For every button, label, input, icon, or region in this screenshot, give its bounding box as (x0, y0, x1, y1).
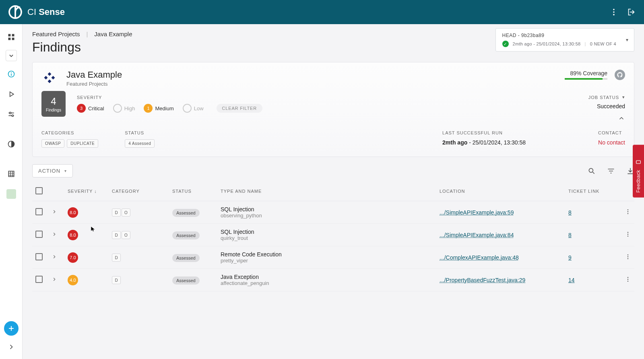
svg-point-21 (627, 235, 628, 236)
job-status-dropdown[interactable]: JOB STATUS ▾ (588, 95, 625, 100)
location-link[interactable]: .../SimpleAPIExample.java:59 (440, 209, 514, 216)
col-status[interactable]: STATUS (169, 182, 217, 201)
table-row: 8.0DOAssessedSQL Injectionobserving_pyth… (32, 201, 634, 224)
severity-chip-medium[interactable]: 1Medium (144, 104, 173, 113)
expand-row-icon[interactable] (52, 254, 57, 261)
category-tag[interactable]: D (112, 231, 121, 239)
breadcrumb-level2[interactable]: Java Example (94, 31, 132, 37)
svg-point-19 (627, 232, 628, 233)
col-category[interactable]: CATEGORY (109, 182, 169, 201)
ticket-link[interactable]: 14 (568, 277, 575, 283)
breadcrumb-level1[interactable]: Featured Projects (32, 31, 80, 37)
sidebar-info-icon[interactable] (4, 67, 19, 81)
sidebar-add-button[interactable] (4, 321, 19, 336)
sidebar-dashboard-icon[interactable] (4, 30, 19, 44)
svg-point-11 (9, 112, 11, 114)
more-vert-icon[interactable] (609, 8, 618, 17)
coverage-indicator[interactable]: 89% Coverage (565, 70, 607, 80)
col-ticket[interactable]: TICKET LINK (565, 182, 621, 201)
row-checkbox[interactable] (35, 276, 43, 283)
project-summary-card: Java Example Featured Projects 89% Cover… (32, 62, 634, 157)
category-tag[interactable]: O (122, 231, 130, 239)
finding-type: SQL Injection (221, 229, 433, 235)
svg-point-26 (627, 279, 628, 280)
expand-row-icon[interactable] (52, 209, 57, 216)
findings-table: SEVERITY ↓ CATEGORY STATUS TYPE AND NAME… (32, 182, 634, 291)
findings-count-box: 4 Findings (41, 91, 66, 117)
sidebar-collapse-icon[interactable] (4, 340, 19, 354)
svg-point-20 (627, 234, 628, 235)
category-pill-duplicate[interactable]: DUPLICATE (67, 139, 98, 148)
row-checkbox[interactable] (35, 253, 43, 260)
select-all-checkbox[interactable] (35, 187, 43, 194)
severity-chip-high[interactable]: High (113, 104, 135, 113)
run-sub-left: 2mth ago - 25/01/2024, 13:30:58 (513, 41, 581, 46)
row-more-icon[interactable] (625, 232, 631, 239)
svg-rect-10 (11, 74, 12, 76)
project-subtitle: Featured Projects (66, 81, 122, 87)
sidebar-contrast-icon[interactable] (4, 137, 19, 151)
sidebar-sliders-icon[interactable] (4, 107, 19, 122)
row-more-icon[interactable] (625, 277, 631, 284)
github-icon[interactable] (615, 70, 625, 80)
row-more-icon[interactable] (625, 210, 631, 216)
action-button[interactable]: ACTION▾ (32, 164, 73, 177)
severity-badge: 7.0 (68, 252, 78, 263)
finding-type: Remote Code Execution (221, 251, 433, 258)
table-row: 7.0DAssessedRemote Code Executionpretty_… (32, 246, 634, 269)
contact-value: No contact (598, 139, 625, 146)
severity-badge: 4.0 (68, 275, 78, 285)
last-run-value: 2mth ago - 25/01/2024, 13:30:58 (442, 139, 526, 146)
expand-row-icon[interactable] (52, 232, 57, 238)
project-name: Java Example (66, 70, 122, 80)
topbar-actions (609, 8, 636, 17)
sidebar-dropdown-icon[interactable] (6, 50, 17, 61)
svg-rect-4 (8, 34, 10, 37)
sidebar-play-icon[interactable] (4, 87, 19, 101)
svg-point-22 (627, 254, 628, 255)
category-tag[interactable]: D (112, 276, 121, 284)
sidebar-widget-icon[interactable] (4, 187, 19, 201)
location-link[interactable]: .../ComplexAPIExample.java:48 (440, 254, 519, 261)
svg-point-23 (627, 256, 628, 257)
category-pill-owasp[interactable]: OWASP (41, 139, 64, 148)
col-location[interactable]: LOCATION (436, 182, 565, 201)
search-icon[interactable] (588, 167, 596, 175)
category-tag[interactable]: O (122, 208, 130, 217)
svg-point-24 (627, 258, 628, 259)
row-more-icon[interactable] (625, 255, 631, 261)
location-link[interactable]: .../SimpleAPIExample.java:84 (440, 232, 514, 238)
svg-rect-5 (12, 34, 14, 37)
clear-filter-button[interactable]: CLEAR FILTER (217, 104, 262, 113)
ticket-link[interactable]: 9 (568, 254, 572, 261)
severity-chip-low[interactable]: Low (183, 104, 204, 113)
svg-point-16 (627, 209, 628, 210)
row-checkbox[interactable] (35, 208, 43, 215)
filter-icon[interactable] (607, 167, 615, 175)
run-selector-card[interactable]: HEAD - 9b23ba89 ✓ 2mth ago - 25/01/2024,… (495, 28, 634, 52)
collapse-card-icon[interactable] (618, 115, 625, 124)
brand-logo[interactable]: CI Sense (8, 5, 65, 19)
svg-rect-7 (12, 38, 14, 40)
svg-point-25 (627, 277, 628, 278)
svg-rect-14 (8, 171, 14, 176)
svg-rect-6 (8, 38, 10, 40)
sidebar-grid-icon[interactable] (4, 167, 19, 181)
col-type-name[interactable]: TYPE AND NAME (217, 182, 436, 201)
ticket-link[interactable]: 8 (568, 232, 572, 238)
category-tag[interactable]: D (112, 254, 121, 262)
col-severity[interactable]: SEVERITY ↓ (64, 182, 109, 201)
logout-icon[interactable] (627, 8, 636, 17)
expand-row-icon[interactable] (52, 277, 57, 283)
status-pill: Assessed (172, 254, 200, 262)
feedback-tab[interactable]: Feedback (633, 145, 644, 198)
status-pill[interactable]: 4 Assessed (125, 139, 155, 148)
sort-down-icon: ↓ (94, 189, 97, 194)
location-link[interactable]: .../PropertyBasedFuzzTest.java:29 (440, 277, 525, 283)
table-row: 4.0DAssessedJava Exceptionaffectionate_p… (32, 269, 634, 291)
category-tag[interactable]: D (112, 208, 121, 217)
severity-chip-critical[interactable]: 3Critical (77, 104, 104, 113)
ticket-link[interactable]: 8 (568, 209, 572, 216)
row-checkbox[interactable] (35, 231, 43, 238)
chevron-down-icon: ▾ (622, 95, 625, 100)
